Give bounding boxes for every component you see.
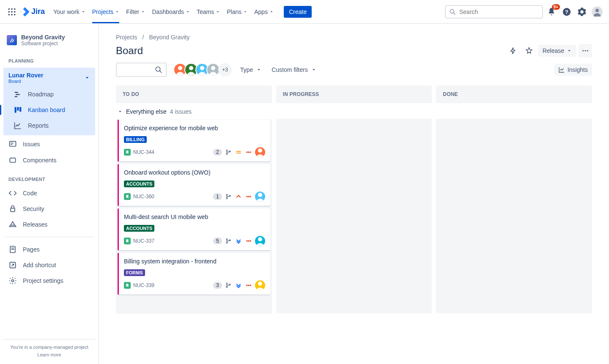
priority-icon: [235, 149, 242, 156]
board-search[interactable]: [116, 63, 167, 77]
insights-button[interactable]: Insights: [554, 64, 592, 76]
svg-point-14: [595, 8, 599, 12]
svg-point-32: [585, 50, 586, 52]
column-body-todo[interactable]: Optimize experience for mobile web BILLI…: [116, 119, 272, 314]
assignee-avatar[interactable]: [255, 236, 265, 246]
project-type: Software project: [21, 41, 65, 47]
column-body-done[interactable]: [436, 119, 592, 313]
help-icon: ?: [562, 7, 571, 16]
priority-icon: [235, 238, 242, 244]
subtask-count: 2: [213, 149, 222, 156]
jira-logo[interactable]: Jira: [20, 7, 45, 16]
settings-button[interactable]: [575, 5, 589, 19]
issue-card[interactable]: Billing system integration - frontend FO…: [118, 253, 270, 295]
sidebar-item-issues[interactable]: Issues: [3, 137, 95, 152]
svg-point-43: [211, 66, 215, 70]
sidebar-item-components[interactable]: Components: [3, 153, 95, 168]
nav-item-filter[interactable]: Filter: [123, 6, 148, 18]
svg-rect-24: [10, 158, 15, 162]
board-nav-header[interactable]: Lunar Rover Board: [3, 69, 95, 86]
svg-point-45: [226, 153, 228, 155]
svg-text:?: ?: [565, 8, 568, 15]
help-button[interactable]: ?: [560, 5, 573, 19]
svg-point-65: [246, 240, 247, 241]
learn-more-link[interactable]: Learn more: [7, 352, 92, 357]
issue-card[interactable]: Onboard workout options (OWO) ACCOUNTS N…: [118, 164, 270, 206]
breadcrumb-project[interactable]: Beyond Gravity: [149, 34, 189, 41]
chevron-down-icon: [115, 10, 119, 14]
status-dots-icon: [245, 193, 252, 200]
issue-key[interactable]: NUC-360: [133, 194, 154, 200]
column-body-in-progress[interactable]: [276, 119, 432, 313]
issue-key[interactable]: NUC-339: [133, 282, 154, 288]
assignee-avatar[interactable]: [255, 280, 265, 290]
issue-card[interactable]: Optimize experience for mobile web BILLI…: [118, 120, 270, 161]
sidebar-item-project-settings[interactable]: Project settings: [3, 273, 95, 288]
branch-icon[interactable]: [225, 193, 232, 200]
project-header[interactable]: Beyond Gravity Software project: [3, 34, 95, 55]
sidebar-item-reports[interactable]: Reports: [3, 118, 95, 133]
issue-key[interactable]: NUC-337: [133, 238, 154, 244]
filter-row: +3 Type Custom filters Insights: [116, 63, 592, 77]
issue-card[interactable]: Multi-dest search UI mobile web ACCOUNTS…: [118, 208, 270, 250]
svg-rect-15: [15, 92, 18, 93]
svg-point-53: [258, 148, 262, 153]
column-done: DONE: [436, 85, 592, 314]
nav-item-apps[interactable]: Apps: [251, 6, 277, 18]
chevron-down-icon: [269, 10, 274, 14]
sidebar-item-add-shortcut[interactable]: Add shortcut: [3, 257, 95, 273]
custom-filters[interactable]: Custom filters: [270, 64, 318, 76]
global-search[interactable]: [445, 5, 543, 19]
nav-item-dashboards[interactable]: Dashboards: [148, 6, 193, 18]
sidebar-item-pages[interactable]: Pages: [3, 242, 95, 257]
swimlane-header[interactable]: Everything else 4 issues: [116, 103, 272, 119]
story-icon: [124, 238, 131, 244]
automation-button[interactable]: [506, 44, 520, 57]
svg-point-74: [248, 285, 249, 286]
star-button[interactable]: [522, 44, 536, 57]
add-shortcut-icon: [8, 261, 17, 269]
nav-item-plans[interactable]: Plans: [223, 6, 251, 18]
nav-item-your-work[interactable]: Your work: [50, 6, 89, 18]
type-filter[interactable]: Type: [239, 64, 263, 76]
sidebar-item-kanban-board[interactable]: Kanban board: [3, 102, 95, 118]
branch-icon[interactable]: [225, 282, 232, 289]
nav-item-teams[interactable]: Teams: [193, 6, 223, 18]
svg-rect-4: [11, 11, 12, 12]
chevron-down-icon: [118, 109, 123, 114]
filter-avatar-overflow[interactable]: +3: [218, 63, 232, 77]
assignee-avatar[interactable]: [255, 192, 265, 202]
assignee-avatar[interactable]: [255, 147, 265, 157]
card-label: ACCOUNTS: [124, 181, 154, 187]
nav-item-projects[interactable]: Projects: [89, 6, 123, 18]
svg-point-63: [226, 242, 228, 244]
more-icon: [582, 47, 589, 55]
search-input[interactable]: [459, 8, 539, 15]
svg-rect-3: [8, 11, 10, 12]
svg-point-39: [189, 66, 193, 70]
main-content: Projects / Beyond Gravity Board Release …: [99, 24, 609, 364]
sidebar-item-code[interactable]: Code: [3, 186, 95, 201]
assignee-filter-avatars[interactable]: +3: [173, 63, 232, 77]
release-button[interactable]: Release: [538, 45, 576, 57]
status-dots-icon: [245, 282, 252, 289]
branch-icon[interactable]: [225, 238, 232, 244]
app-switcher-button[interactable]: [5, 5, 19, 19]
app-grid-icon: [8, 8, 16, 16]
sidebar-item-roadmap[interactable]: Roadmap: [3, 87, 95, 102]
profile-button[interactable]: [590, 5, 604, 19]
svg-point-33: [587, 50, 588, 52]
more-actions-button[interactable]: [579, 44, 592, 57]
svg-rect-2: [14, 8, 15, 9]
notifications-button[interactable]: 9+: [545, 5, 558, 19]
releases-icon: [8, 220, 17, 229]
breadcrumb-root[interactable]: Projects: [116, 34, 137, 41]
sidebar-item-releases[interactable]: Releases: [3, 217, 95, 232]
card-title: Onboard workout options (OWO): [124, 169, 265, 176]
issue-key[interactable]: NUC-344: [133, 149, 154, 155]
create-button[interactable]: Create: [284, 6, 312, 18]
svg-rect-25: [11, 208, 15, 211]
branch-icon[interactable]: [225, 149, 232, 156]
chevron-down-icon: [84, 75, 90, 81]
sidebar-item-security[interactable]: Security: [3, 201, 95, 216]
